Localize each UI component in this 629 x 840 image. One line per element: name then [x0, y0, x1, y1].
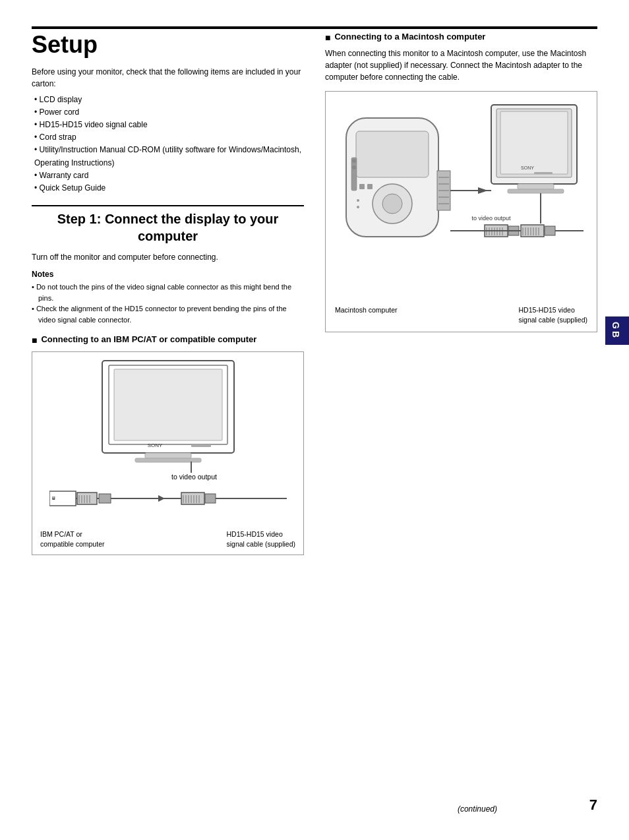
mac-cable-label: HD15-HD15 videosignal cable (supplied) [519, 305, 587, 324]
svg-marker-27 [158, 495, 165, 502]
svg-rect-73 [545, 226, 555, 235]
mac-computer-label: Macintosh computer [335, 305, 398, 324]
notes-list: Do not touch the pins of the video signa… [32, 282, 304, 325]
ibm-to-video-label: to video output [102, 473, 287, 481]
svg-rect-49 [500, 111, 568, 174]
note-item: Do not touch the pins of the video signa… [32, 282, 304, 303]
mac-intro: When connecting this monitor to a Macint… [325, 47, 597, 83]
svg-rect-65 [521, 225, 544, 237]
svg-rect-51 [534, 172, 553, 174]
svg-rect-5 [145, 453, 191, 458]
ibm-cable-label: HD15-HD15 videosignal cable (supplied) [227, 529, 295, 549]
svg-text:SONY: SONY [521, 165, 534, 170]
ibm-labels: IBM PC/AT orcompatible computer HD15-HD1… [38, 529, 298, 549]
svg-point-40 [352, 165, 356, 169]
ibm-connector-svg: 🖥 [49, 482, 287, 525]
ibm-computer-label: IBM PC/AT orcompatible computer [40, 529, 104, 549]
list-item: Quick Setup Guide [34, 182, 304, 195]
svg-text:SONY: SONY [147, 442, 162, 448]
notes-heading: Notes [32, 270, 304, 279]
ibm-monitor-svg: SONY [89, 357, 247, 473]
svg-rect-17 [99, 494, 111, 503]
step1-desc: Turn off the monitor and computer before… [32, 251, 304, 263]
mac-section-heading: Connecting to a Macintosh computer [325, 32, 597, 44]
items-list: LCD display Power cord HD15-HD15 video s… [34, 94, 304, 195]
svg-point-31 [382, 194, 402, 214]
svg-text:🖥: 🖥 [51, 496, 56, 500]
list-item: Warranty card [34, 169, 304, 182]
svg-point-43 [357, 199, 359, 202]
gb-badge: GB [605, 316, 629, 345]
mac-diagram-svg: SONY [340, 98, 584, 303]
page-number: 7 [589, 796, 597, 814]
svg-rect-53 [508, 189, 564, 193]
section-divider [32, 205, 304, 206]
svg-rect-41 [359, 184, 365, 189]
list-item: Power cord [34, 106, 304, 119]
ibm-diagram-container: SONY to video output [32, 351, 304, 555]
continued-text: (continued) [458, 804, 497, 814]
intro-text: Before using your monitor, check that th… [32, 66, 304, 90]
svg-rect-29 [356, 131, 429, 177]
mac-labels: Macintosh computer HD15-HD15 videosignal… [332, 305, 590, 324]
list-item: HD15-HD15 video signal cable [34, 119, 304, 131]
main-layout: Setup Before using your monitor, check t… [32, 32, 597, 562]
svg-rect-4 [191, 444, 211, 447]
list-item: LCD display [34, 94, 304, 106]
svg-rect-18 [181, 493, 204, 504]
step1-title: Step 1: Connect the display to your comp… [32, 210, 304, 245]
page: Setup Before using your monitor, check t… [0, 0, 629, 840]
page-title: Setup [32, 32, 304, 58]
svg-rect-52 [518, 184, 554, 189]
svg-rect-42 [367, 184, 373, 189]
left-column: Setup Before using your monitor, check t… [32, 32, 304, 562]
right-column: Connecting to a Macintosh computer When … [325, 32, 597, 562]
list-item: Utility/Instruction Manual CD-ROM (utili… [34, 144, 304, 169]
svg-rect-2 [114, 369, 222, 440]
note-item: Check the alignment of the HD15 connecto… [32, 303, 304, 325]
mac-diagram-container: SONY [325, 91, 597, 332]
top-rule [32, 26, 597, 29]
mac-diagram: SONY [332, 98, 590, 324]
list-item: Cord strap [34, 131, 304, 144]
ibm-diagram: SONY to video output [38, 357, 298, 549]
svg-rect-26 [205, 494, 216, 503]
svg-point-44 [357, 206, 359, 208]
ibm-cable-area: to video output 🖥 [49, 473, 287, 525]
svg-point-39 [352, 159, 356, 163]
ibm-section-heading: Connecting to an IBM PC/AT or compatible… [32, 334, 304, 346]
svg-text:to video output: to video output [471, 215, 511, 222]
svg-marker-46 [478, 187, 488, 194]
